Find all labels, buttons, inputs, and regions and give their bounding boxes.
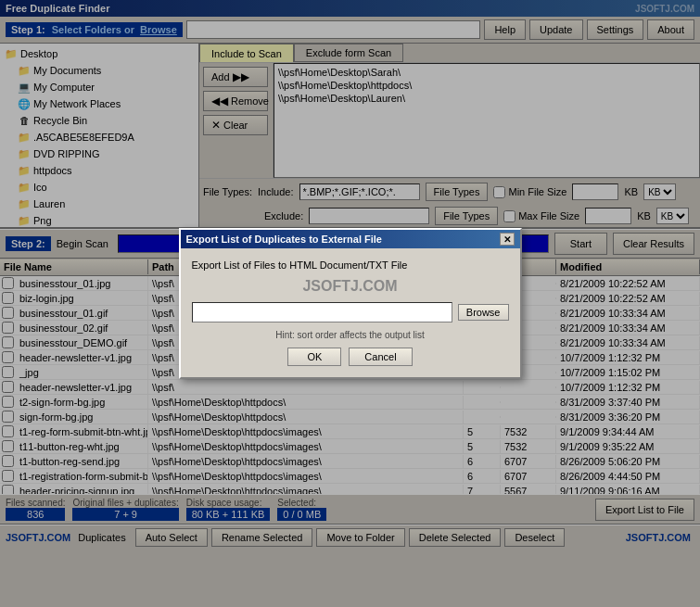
modal-browse-button[interactable]: Browse [458,304,509,321]
export-modal: Export List of Duplicates to External Fi… [179,228,522,379]
modal-body: Export List of Files to HTML Document/TX… [181,248,520,377]
modal-watermark: JSOFTJ.COM [192,278,509,295]
modal-overlay[interactable]: Export List of Duplicates to External Fi… [0,0,700,607]
modal-titlebar: Export List of Duplicates to External Fi… [181,230,520,248]
modal-ok-button[interactable]: OK [287,348,341,366]
modal-input-row: Browse [192,302,509,322]
modal-title-text: Export List of Duplicates to External Fi… [186,234,382,245]
modal-close-button[interactable]: ✕ [500,233,515,246]
modal-subtitle: Export List of Files to HTML Document/TX… [192,259,509,271]
modal-cancel-button[interactable]: Cancel [349,348,412,366]
modal-file-input[interactable] [192,302,452,322]
modal-hint: Hint: sort order affects the output list [192,330,509,340]
modal-buttons: OK Cancel [192,348,509,366]
